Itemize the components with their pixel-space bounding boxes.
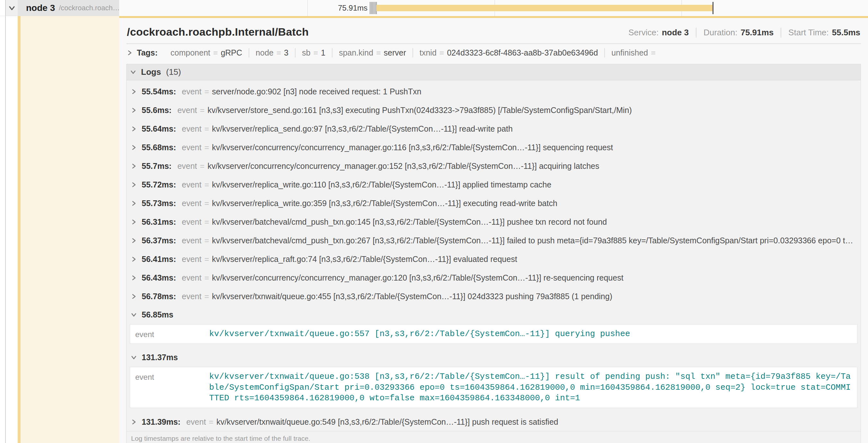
log-field-value: kv/kvserver/txnwait/queue.go:549 [n3,s3,… — [217, 417, 558, 427]
log-field-key: event — [182, 87, 202, 96]
tag-item: txnid=024d3323-6c8f-4863-aa8b-37ab0e6349… — [412, 48, 604, 58]
event-field-key: event — [135, 329, 209, 339]
tags-accordion[interactable]: Tags: component=gRPCnode=3sb=1span.kind=… — [126, 44, 861, 62]
log-equals: = — [200, 162, 205, 171]
span-end-marker — [713, 2, 713, 14]
timeline-gridline — [307, 0, 308, 16]
log-equals: = — [204, 217, 209, 227]
log-row[interactable]: 55.73ms:event=kv/kvserver/replica_write.… — [127, 194, 861, 212]
span-name-cell[interactable]: node 3 /cockroach.roach… — [18, 0, 119, 16]
logs-header[interactable]: Logs (15) — [127, 64, 861, 80]
chevron-right-icon — [127, 50, 132, 56]
log-row-expanded[interactable]: 56.85ms — [127, 306, 861, 323]
trace-timeline-row: node 3 /cockroach.roach… 75.91ms — [0, 0, 868, 16]
tag-item: unfinished= — [604, 48, 665, 58]
event-field-value: kv/kvserver/txnwait/queue.go:538 [n3,s3,… — [209, 371, 852, 404]
event-detail-box: eventkv/kvserver/txnwait/queue.go:538 [n… — [130, 367, 858, 408]
tag-equals: = — [313, 48, 318, 58]
log-row-expanded[interactable]: 131.37ms — [127, 348, 861, 366]
log-field-value: kv/kvserver/concurrency/concurrency_mana… — [208, 162, 599, 171]
log-timestamp: 131.37ms — [142, 353, 178, 362]
tag-equals: = — [439, 48, 444, 58]
tag-key: sb — [302, 48, 310, 58]
log-field-key: event — [177, 162, 197, 171]
meta-service: Service:node 3 — [628, 28, 689, 38]
log-row[interactable]: 56.37ms:event=kv/kvserver/batcheval/cmd_… — [127, 231, 861, 250]
log-row[interactable]: 55.7ms:event=kv/kvserver/concurrency/con… — [127, 157, 861, 175]
tag-equals: = — [213, 48, 218, 58]
tag-value: 1 — [321, 48, 326, 58]
chevron-right-icon — [131, 182, 136, 188]
meta-start-time: Start Time:55.5ms — [781, 28, 860, 38]
log-row[interactable]: 56.31ms:event=kv/kvserver/batcheval/cmd_… — [127, 212, 861, 231]
logs-list: 55.54ms:event=server/node.go:902 [n3] no… — [127, 80, 861, 431]
chevron-down-icon — [131, 312, 136, 317]
log-equals: = — [204, 87, 209, 96]
logs-count: (15) — [166, 67, 181, 77]
log-row[interactable]: 56.43ms:event=kv/kvserver/concurrency/co… — [127, 268, 861, 287]
log-timestamp: 55.7ms: — [142, 162, 172, 171]
chevron-down-icon — [131, 355, 136, 360]
span-detail-header: /cockroach.roachpb.Internal/Batch Servic… — [126, 18, 861, 44]
event-detail-box: eventkv/kvserver/txnwait/queue.go:557 [n… — [130, 324, 858, 344]
span-detail-meta: Service:node 3 Duration:75.91ms Start Ti… — [628, 28, 860, 38]
log-row[interactable]: 55.6ms:event=kv/kvserver/store_send.go:1… — [127, 101, 861, 120]
log-tick-marks — [370, 2, 377, 14]
event-field-value: kv/kvserver/txnwait/queue.go:557 [n3,s3,… — [209, 329, 852, 339]
log-field-value: kv/kvserver/store_send.go:161 [n3,s3] ex… — [208, 106, 632, 115]
log-field-key: event — [182, 292, 202, 301]
chevron-right-icon — [131, 89, 136, 94]
log-field-value: kv/kvserver/replica_write.go:110 [n3,s3,… — [212, 180, 552, 190]
tag-value: 024d3323-6c8f-4863-aa8b-37ab0e63496d — [447, 48, 598, 58]
log-row[interactable]: 131.39ms:event=kv/kvserver/txnwait/queue… — [127, 412, 861, 431]
log-field-key: event — [182, 236, 202, 245]
span-timeline-track[interactable]: 75.91ms — [119, 0, 868, 16]
log-equals: = — [200, 106, 205, 115]
log-field-value: kv/kvserver/concurrency/concurrency_mana… — [212, 273, 623, 282]
log-field-value: kv/kvserver/batcheval/cmd_push_txn.go:26… — [212, 236, 856, 245]
log-field-key: event — [182, 143, 202, 152]
log-row[interactable]: 55.72ms:event=kv/kvserver/replica_write.… — [127, 175, 861, 194]
log-row[interactable]: 56.41ms:event=kv/kvserver/replica_raft.g… — [127, 250, 861, 268]
log-timestamp: 55.64ms: — [142, 124, 176, 134]
tag-item: node=3 — [249, 48, 295, 58]
log-equals: = — [209, 417, 214, 427]
log-field-key: event — [186, 417, 206, 427]
tag-item: sb=1 — [295, 48, 332, 58]
span-duration-bar[interactable] — [376, 5, 713, 11]
tag-value: server — [384, 48, 406, 58]
log-timestamp: 56.41ms: — [142, 254, 176, 264]
span-operation-name: /cockroach.roach… — [59, 4, 119, 12]
chevron-right-icon — [131, 201, 136, 206]
tag-key: component — [170, 48, 210, 58]
span-service-name: node 3 — [26, 3, 55, 13]
log-timestamp: 56.43ms: — [142, 273, 176, 282]
log-field-key: event — [182, 273, 202, 282]
log-field-key: event — [182, 124, 202, 134]
log-field-key: event — [177, 106, 197, 115]
log-field-value: kv/kvserver/replica_raft.go:74 [n3,s3,r6… — [212, 254, 517, 264]
log-equals: = — [204, 124, 209, 134]
tag-equals: = — [651, 48, 656, 58]
chevron-right-icon — [131, 294, 136, 299]
logs-title: Logs — [141, 67, 161, 77]
log-row[interactable]: 55.68ms:event=kv/kvserver/concurrency/co… — [127, 138, 861, 157]
tags-toggle[interactable]: Tags: — [127, 48, 158, 58]
log-row[interactable]: 55.54ms:event=server/node.go:902 [n3] no… — [127, 82, 861, 101]
span-collapse-gutter[interactable] — [6, 0, 18, 16]
log-row[interactable]: 55.64ms:event=kv/kvserver/replica_send.g… — [127, 120, 861, 138]
log-equals: = — [204, 143, 209, 152]
timeline-left-rail — [0, 16, 6, 443]
chevron-right-icon — [131, 163, 136, 169]
log-equals: = — [204, 236, 209, 245]
span-detail-indent-column — [18, 16, 119, 443]
chevron-down-icon — [9, 5, 15, 11]
logs-footer-note: Log timestamps are relative to the start… — [127, 431, 861, 443]
span-detail-title: /cockroach.roachpb.Internal/Batch — [127, 26, 309, 38]
chevron-right-icon — [131, 419, 136, 425]
log-field-value: kv/kvserver/batcheval/cmd_push_txn.go:14… — [212, 217, 607, 227]
log-field-key: event — [182, 254, 202, 264]
log-row[interactable]: 56.78ms:event=kv/kvserver/txnwait/queue.… — [127, 287, 861, 306]
log-field-value: kv/kvserver/txnwait/queue.go:455 [n3,s3,… — [212, 292, 612, 301]
log-timestamp: 55.54ms: — [142, 87, 176, 96]
